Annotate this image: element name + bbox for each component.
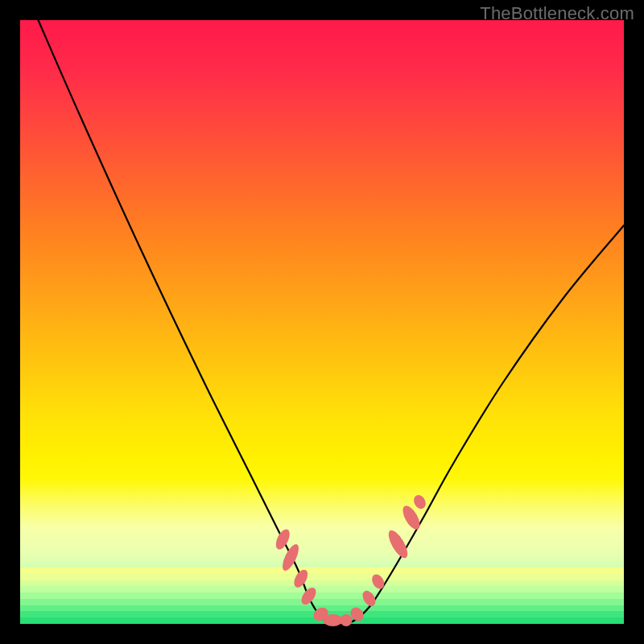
right-2 [369,572,386,592]
curve-markers [273,493,428,626]
trough-3 [341,614,353,626]
bottleneck-curve-path [39,20,625,625]
right-cluster-3 [411,493,428,510]
curve-layer [20,20,624,624]
chart-frame: TheBottleneck.com [0,0,644,644]
trough-2 [324,614,343,626]
left-cluster-3 [291,568,311,590]
left-cluster-4 [299,585,319,607]
plot-area [20,20,624,624]
watermark-text: TheBottleneck.com [480,3,634,24]
left-cluster [273,527,292,551]
